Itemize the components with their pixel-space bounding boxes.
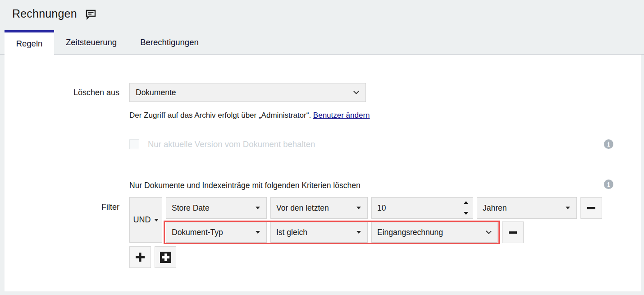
add-condition-button[interactable] [129,246,151,268]
filter-operator-value: UND [133,215,151,225]
plus-icon [135,252,146,263]
filter-condition-row-2: Dokument-Typ Ist gleich Eingangsrechnung [166,221,606,244]
condition1-comparison-value: Vor den letzten [276,203,329,213]
minus-icon [509,231,517,234]
chevron-down-icon [353,88,359,94]
highlighted-condition-group: Dokument-Typ Ist gleich Eingangsrechnung [164,221,500,244]
caret-down-icon [356,207,361,209]
access-note-text: Der Zugriff auf das Archiv erfolgt über … [129,111,311,120]
criteria-heading: Nur Dokumente und Indexeinträge mit folg… [129,180,361,190]
condition2-value-select[interactable]: Eingangsrechnung [371,222,498,243]
change-user-link[interactable]: Benutzer ändern [313,111,370,120]
condition2-comparison-dropdown[interactable]: Ist gleich [270,222,368,243]
page-title: Rechnungen [12,7,77,20]
panel-top-border [0,54,644,55]
add-group-button[interactable] [155,246,176,268]
tab-berechtigungen[interactable]: Berechtigungen [128,30,210,54]
condition2-field-dropdown[interactable]: Dokument-Typ [166,222,267,243]
content-panel: Löschen aus Dokumente Der Zugriff auf da… [5,54,641,291]
delete-from-label: Löschen aus [5,88,119,97]
delete-from-value: Dokumente [136,88,176,97]
filter-operator-dropdown[interactable]: UND [129,197,162,243]
condition1-unit-value: Jahren [483,203,507,213]
minus-icon [587,207,595,209]
condition1-value-spinner [371,197,473,219]
remove-condition2-button[interactable] [502,221,524,243]
info-icon[interactable]: i [604,180,613,189]
comment-icon[interactable] [85,9,96,20]
caret-down-icon [356,231,361,234]
condition1-field-value: Store Date [172,203,210,213]
caret-down-icon [566,207,570,209]
keep-version-label: Nur aktuelle Version vom Dokument behalt… [148,139,315,149]
caret-down-icon [154,219,159,221]
remove-condition1-button[interactable] [580,197,602,219]
title-bar: Rechnungen [0,0,644,23]
tab-berechtigungen-label: Berechtigungen [140,37,199,47]
spinner-down-icon[interactable] [464,212,468,215]
condition2-field-value: Dokument-Typ [172,228,223,237]
condition1-field-dropdown[interactable]: Store Date [166,197,267,219]
archive-access-note: Der Zugriff auf das Archiv erfolgt über … [129,111,370,120]
tab-zeitsteuerung[interactable]: Zeitsteuerung [54,30,128,54]
condition1-value-input[interactable] [372,198,448,218]
filter-conditions: Store Date Vor den letzten [166,197,606,244]
info-icon[interactable]: i [604,139,613,149]
tab-bar: Regeln Zeitsteuerung Berechtigungen [5,30,644,54]
condition1-unit-dropdown[interactable]: Jahren [477,197,577,219]
condition2-comparison-value: Ist gleich [276,228,307,237]
spinner-up-icon[interactable] [464,201,468,204]
delete-from-select[interactable]: Dokumente [129,83,366,102]
condition1-comparison-dropdown[interactable]: Vor den letzten [270,197,368,219]
filter-condition-row-1: Store Date Vor den letzten [166,197,606,219]
tab-regeln[interactable]: Regeln [5,30,54,55]
filter-label: Filter [5,197,119,212]
keep-version-row: Nur aktuelle Version vom Dokument behalt… [129,139,315,149]
tab-zeitsteuerung-label: Zeitsteuerung [66,37,117,47]
chevron-down-icon [486,228,492,234]
condition2-value: Eingangsrechnung [377,228,443,237]
boxed-plus-icon [160,252,171,263]
filter-builder: UND Store Date Vor den letzten [129,197,606,244]
caret-down-icon [256,231,260,234]
tab-regeln-label: Regeln [16,39,43,49]
caret-down-icon [256,207,260,209]
keep-version-checkbox [129,139,139,149]
